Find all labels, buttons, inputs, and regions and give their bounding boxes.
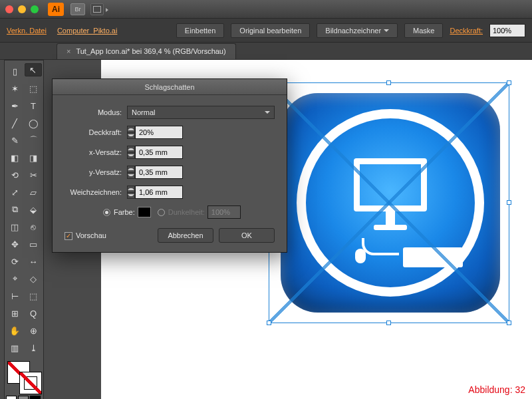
- tool-button[interactable]: ◯: [25, 115, 42, 131]
- ok-button[interactable]: OK: [219, 228, 275, 243]
- blur-stepper[interactable]: [127, 186, 135, 199]
- resize-handle[interactable]: [386, 80, 391, 85]
- selection-bounding-box[interactable]: [269, 82, 509, 323]
- chevron-down-icon: [265, 111, 270, 114]
- embed-button[interactable]: Einbetten: [176, 23, 224, 38]
- window-controls: [5, 5, 39, 13]
- tool-button[interactable]: Q: [25, 305, 42, 321]
- drop-shadow-dialog: Schlagschatten Modus: Normal Deckkraft: …: [52, 78, 287, 253]
- tool-button[interactable]: ▯: [6, 63, 23, 79]
- darkness-input: 100%: [207, 205, 241, 219]
- resize-handle[interactable]: [507, 200, 511, 205]
- resize-handle[interactable]: [507, 321, 511, 325]
- edit-original-button[interactable]: Original bearbeiten: [231, 23, 310, 38]
- control-bar: Verkn. Datei Computer_Pikto.ai Einbetten…: [0, 19, 532, 43]
- tool-button[interactable]: ↖: [25, 63, 42, 76]
- tool-button[interactable]: ▱: [25, 184, 42, 200]
- mode-label: Modus:: [65, 108, 127, 116]
- preview-checkbox-label[interactable]: Vorschau: [65, 231, 106, 240]
- figure-caption: Abbildung: 32: [468, 384, 525, 395]
- opacity-stepper[interactable]: [127, 126, 135, 139]
- tool-button[interactable]: ◨: [25, 150, 42, 166]
- close-window-icon[interactable]: [5, 5, 13, 13]
- resize-handle[interactable]: [507, 80, 511, 85]
- blur-label: Weichzeichnen:: [65, 188, 127, 196]
- color-swatch[interactable]: [138, 207, 151, 217]
- arrange-documents-button[interactable]: [90, 3, 104, 15]
- fill-stroke-swatch[interactable]: [6, 360, 42, 393]
- preview-checkbox[interactable]: [65, 232, 72, 240]
- tools-panel: ▯↖✶⬚✒T╱◯✎⌒◧◨⟲✂⤢▱⧉⬙◫⎋✥▭⟳↔⌖◇⊢⬚⊞Q✋⊕▥⤓: [4, 60, 44, 399]
- tool-button[interactable]: ⧉: [6, 201, 23, 217]
- tool-button[interactable]: ✥: [6, 236, 23, 252]
- y-offset-stepper[interactable]: [127, 166, 135, 179]
- tool-button[interactable]: ╱: [6, 115, 23, 131]
- chevron-down-icon[interactable]: [384, 29, 389, 32]
- opacity-label: Deckkraft:: [450, 27, 483, 35]
- tool-button[interactable]: ◫: [6, 219, 23, 235]
- tool-button[interactable]: ⌒: [25, 132, 42, 148]
- tool-button[interactable]: ⟳: [6, 253, 23, 269]
- mask-button[interactable]: Maske: [404, 23, 443, 38]
- y-offset-input[interactable]: 0,35 mm: [135, 166, 183, 179]
- tool-button[interactable]: ✒: [6, 98, 23, 114]
- tool-button[interactable]: ⊕: [25, 323, 42, 338]
- bridge-button[interactable]: Br: [70, 3, 85, 15]
- tool-button[interactable]: ◧: [6, 150, 23, 166]
- tool-button[interactable]: ⬚: [25, 80, 42, 96]
- color-mode-button[interactable]: [30, 396, 41, 399]
- tool-button[interactable]: ✋: [6, 323, 23, 338]
- dialog-opacity-input[interactable]: 20%: [135, 126, 183, 139]
- image-trace-button[interactable]: Bildnachzeichner: [317, 23, 398, 38]
- opacity-input[interactable]: 100%: [489, 24, 525, 37]
- cancel-button[interactable]: Abbrechen: [158, 228, 213, 243]
- minimize-window-icon[interactable]: [18, 5, 26, 13]
- dialog-title: Schlagschatten: [53, 79, 287, 95]
- document-tab[interactable]: × Tut_App Icon.ai* bei 369,4 % (RGB/Vors…: [57, 43, 236, 59]
- tool-button[interactable]: ✂: [25, 167, 42, 183]
- app-logo-icon: Ai: [48, 3, 64, 16]
- tool-button[interactable]: ✶: [6, 80, 23, 96]
- resize-handle[interactable]: [386, 321, 391, 325]
- tool-button[interactable]: ⊢: [6, 288, 23, 304]
- tool-button[interactable]: ▥: [6, 340, 23, 356]
- color-mode-row: [6, 396, 41, 399]
- blur-input[interactable]: 1,06 mm: [135, 186, 183, 199]
- resize-handle[interactable]: [267, 321, 271, 325]
- x-offset-label: x-Versatz:: [65, 148, 127, 156]
- tool-button[interactable]: T: [25, 98, 42, 114]
- window-titlebar: Ai Br: [0, 0, 532, 19]
- color-label: Farbe:: [114, 208, 135, 216]
- color-mode-button[interactable]: [18, 396, 29, 399]
- linked-file-label[interactable]: Verkn. Datei: [7, 27, 47, 35]
- dialog-opacity-label: Deckkraft:: [65, 128, 127, 136]
- x-offset-stepper[interactable]: [127, 146, 135, 159]
- darkness-label: Dunkelheit:: [168, 208, 205, 216]
- color-radio[interactable]: [103, 209, 110, 216]
- tool-button[interactable]: ⌖: [6, 271, 23, 287]
- document-tab-title: Tut_App Icon.ai* bei 369,4 % (RGB/Vorsch…: [76, 47, 225, 55]
- tool-button[interactable]: ⤓: [25, 340, 42, 356]
- mode-select[interactable]: Normal: [127, 106, 275, 119]
- zoom-window-icon[interactable]: [31, 5, 39, 13]
- tool-button[interactable]: ↔: [25, 253, 42, 269]
- tool-button[interactable]: ⟲: [6, 167, 23, 183]
- linked-filename[interactable]: Computer_Pikto.ai: [57, 27, 118, 35]
- close-tab-icon[interactable]: ×: [66, 47, 70, 55]
- x-offset-input[interactable]: 0,35 mm: [135, 146, 183, 159]
- tool-button[interactable]: ⤢: [6, 184, 23, 200]
- tool-button[interactable]: ⎋: [25, 219, 42, 235]
- y-offset-label: y-Versatz:: [65, 168, 127, 176]
- tool-button[interactable]: ▭: [25, 236, 42, 252]
- color-mode-button[interactable]: [6, 396, 17, 399]
- darkness-radio[interactable]: [158, 209, 165, 216]
- document-tab-row: × Tut_App Icon.ai* bei 369,4 % (RGB/Vors…: [0, 43, 532, 60]
- tool-button[interactable]: ⬙: [25, 201, 42, 217]
- tool-button[interactable]: ✎: [6, 132, 23, 148]
- tool-button[interactable]: ⊞: [6, 305, 23, 321]
- tool-button[interactable]: ◇: [25, 271, 42, 287]
- tool-button[interactable]: ⬚: [25, 288, 42, 304]
